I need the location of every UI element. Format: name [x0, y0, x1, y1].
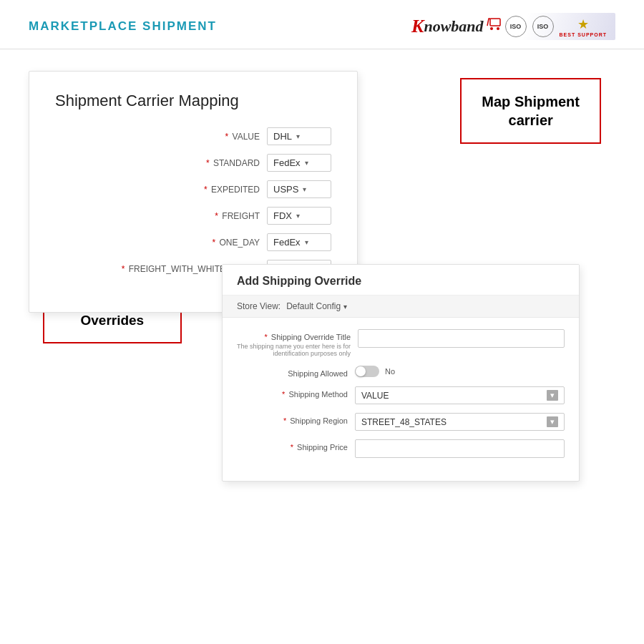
carrier-label-oneday: * ONE_DAY: [131, 238, 260, 248]
svg-point-2: [497, 27, 499, 30]
logo-area: K nowband ISO ISO ★ BEST SUPPORT: [411, 13, 615, 40]
carrier-select-freight-text: FDX: [273, 210, 292, 221]
map-carrier-line1: Map Shipment: [482, 94, 580, 109]
shipping-method-select[interactable]: VALUE ▾: [355, 386, 565, 404]
shipping-method-label: * Shipping Method: [237, 386, 348, 399]
carrier-label-freight: * FREIGHT: [131, 211, 260, 221]
shipping-allowed-row: Shipping Allowed No: [237, 366, 565, 378]
chevron-down-icon: ▾: [343, 303, 347, 311]
carrier-row-value: * VALUE DHL ▾: [55, 127, 331, 145]
override-card-title: Add Shipping Override: [223, 265, 579, 296]
best-support-label: BEST SUPPORT: [560, 32, 607, 37]
carrier-label-value: * VALUE: [131, 132, 260, 142]
chevron-down-icon: ▾: [303, 185, 306, 193]
knowband-logo: K nowband: [411, 16, 501, 37]
shipping-method-row: * Shipping Method VALUE ▾: [237, 386, 565, 404]
cart-icon: [485, 18, 501, 31]
logo-rest: nowband: [424, 17, 483, 36]
carrier-label-standard: * STANDARD: [131, 158, 260, 168]
chevron-down-icon: ▾: [547, 416, 558, 427]
page-title: MARKETPLACE SHIPMENT: [29, 19, 217, 34]
shipping-price-input[interactable]: [355, 439, 565, 458]
shipping-region-value: STREET_48_STATES: [361, 417, 541, 427]
carrier-row-freight: * FREIGHT FDX ▾: [55, 207, 331, 225]
carrier-select-standard[interactable]: FedEx ▾: [267, 154, 331, 172]
svg-point-1: [490, 27, 493, 30]
store-view-select[interactable]: Default Config ▾: [286, 301, 347, 311]
carrier-card-title: Shipment Carrier Mapping: [55, 92, 331, 110]
svg-rect-0: [490, 19, 500, 26]
override-title-row: * Shipping Override Title The shipping n…: [237, 329, 565, 357]
store-view-value: Default Config: [286, 301, 341, 311]
shipping-region-row: * Shipping Region STREET_48_STATES ▾: [237, 413, 565, 431]
carrier-select-value[interactable]: DHL ▾: [267, 127, 331, 145]
chevron-down-icon: ▾: [296, 212, 300, 220]
chevron-down-icon: ▾: [296, 132, 300, 140]
shipping-allowed-label: Shipping Allowed: [237, 366, 348, 378]
shipping-override-title-input[interactable]: [358, 329, 565, 348]
shipping-allowed-toggle[interactable]: [355, 366, 379, 377]
shipping-method-value: VALUE: [361, 391, 541, 401]
shipping-price-label: * Shipping Price: [237, 439, 348, 452]
carrier-row-oneday: * ONE_DAY FedEx ▾: [55, 233, 331, 251]
override-title-hint: The shipping name you enter here is fori…: [237, 343, 351, 357]
chevron-down-icon: ▾: [547, 390, 558, 401]
carrier-select-oneday[interactable]: FedEx ▾: [267, 233, 331, 251]
carrier-row-expedited: * EXPEDITED USPS ▾: [55, 180, 331, 198]
best-support-badge: ★ BEST SUPPORT: [560, 16, 607, 37]
map-carrier-box: Map Shipment carrier: [460, 78, 601, 144]
iso-badge-1: ISO: [505, 16, 527, 37]
badge-row: ISO ISO ★ BEST SUPPORT: [505, 16, 607, 37]
header: MARKETPLACE SHIPMENT K nowband ISO ISO ★: [0, 0, 644, 49]
map-carrier-line2: carrier: [509, 112, 553, 128]
main-content: Shipment Carrier Mapping * VALUE DHL ▾ *…: [0, 49, 644, 593]
shipping-region-label: * Shipping Region: [237, 413, 348, 425]
chevron-down-icon: ▾: [305, 159, 308, 167]
carrier-select-expedited-text: USPS: [273, 184, 298, 195]
logo-k-letter: K: [411, 16, 424, 37]
store-view-label: Store View:: [237, 301, 280, 311]
carrier-select-expedited[interactable]: USPS ▾: [267, 180, 331, 198]
toggle-knob: [356, 366, 366, 376]
iso-badge-2: ISO: [532, 16, 554, 37]
carrier-select-oneday-text: FedEx: [273, 237, 301, 248]
add-shipping-override-card: Add Shipping Override Store View: Defaul…: [222, 264, 580, 482]
shipping-allowed-toggle-group: No: [355, 366, 395, 377]
store-view-row: Store View: Default Config ▾: [223, 296, 579, 318]
shipping-allowed-toggle-label: No: [385, 367, 395, 376]
shipping-price-row: * Shipping Price: [237, 439, 565, 458]
create-box-line2: Overrides: [80, 313, 144, 328]
chevron-down-icon: ▾: [305, 238, 308, 246]
override-form-body: * Shipping Override Title The shipping n…: [223, 318, 579, 481]
carrier-row-standard: * STANDARD FedEx ▾: [55, 154, 331, 172]
carrier-select-freight[interactable]: FDX ▾: [267, 207, 331, 225]
shipping-region-select[interactable]: STREET_48_STATES ▾: [355, 413, 565, 431]
carrier-select-standard-text: FedEx: [273, 157, 301, 168]
override-title-label: * Shipping Override Title The shipping n…: [237, 329, 351, 357]
carrier-select-value-text: DHL: [273, 131, 292, 142]
carrier-label-expedited: * EXPEDITED: [131, 185, 260, 195]
